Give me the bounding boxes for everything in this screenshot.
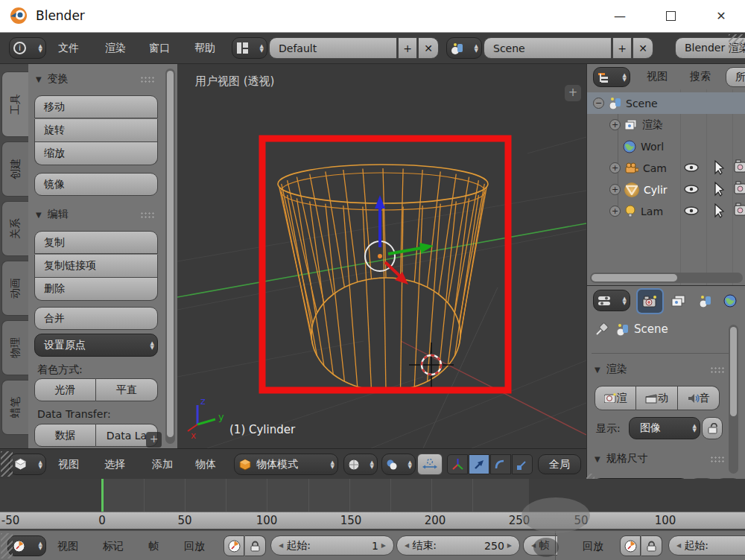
panel-grip-icon[interactable]	[710, 456, 725, 462]
scene-selector[interactable]: ▲▼	[446, 37, 482, 59]
set-origin-dropdown[interactable]: 设置原点 ▲▼	[34, 334, 158, 357]
pin-icon[interactable]	[595, 322, 609, 337]
minimize-button[interactable]: —	[609, 7, 630, 25]
manipulator-rotate-toggle[interactable]	[490, 454, 511, 474]
editor-type-selector-3dview[interactable]: ▲▼	[9, 454, 46, 475]
shade-smooth-button[interactable]: 光滑	[34, 378, 96, 401]
data-button[interactable]: 数据	[34, 424, 96, 447]
menu-render[interactable]: 渲染	[105, 33, 126, 63]
editor-type-selector-outliner[interactable]: ▲▼	[593, 67, 630, 87]
mode-dropdown[interactable]: 物体模式 ▲▼	[234, 454, 338, 475]
scale-button[interactable]: 缩放	[34, 142, 158, 165]
join-button[interactable]: 合并	[34, 307, 158, 330]
layout-name-field[interactable]: Default	[269, 37, 397, 59]
menu-help[interactable]: 帮助	[194, 33, 215, 63]
duplicate-button[interactable]: 复制	[34, 231, 158, 254]
outliner-row-world[interactable]: Worl	[587, 136, 745, 157]
editor-type-selector-timeline[interactable]: ▲▼	[7, 535, 46, 556]
panel-grip-icon[interactable]	[140, 76, 155, 83]
scrollbar-thumb[interactable]	[167, 71, 174, 437]
tab-grease-pencil[interactable]: 蜡笔	[1, 380, 28, 435]
menu-window[interactable]: 窗口	[149, 33, 170, 63]
delete-button[interactable]: 删除	[34, 278, 158, 301]
close-button[interactable]: ✕	[711, 7, 732, 25]
view3d-menu-view[interactable]: 视图	[58, 449, 79, 480]
preview-range-clock-button[interactable]	[620, 535, 641, 556]
increment-arrow-icon[interactable]: ▶	[378, 542, 389, 549]
area-corner-widget[interactable]	[1, 451, 13, 477]
panel-header-edit[interactable]: ▼ 编辑	[36, 207, 155, 222]
transform-orientation-dropdown[interactable]: 全局	[538, 454, 581, 474]
outliner-menu-search[interactable]: 搜索	[690, 61, 711, 91]
current-frame-playhead[interactable]	[101, 479, 104, 512]
expand-icon[interactable]: +	[609, 184, 621, 195]
viewport-shading-dropdown[interactable]: ▲▼	[343, 454, 378, 475]
region-expand-icon[interactable]: +	[146, 432, 162, 448]
increment-arrow-icon[interactable]: ▶	[504, 542, 515, 549]
tool-shelf-scrollbar[interactable]	[165, 69, 175, 444]
expand-icon[interactable]: +	[609, 206, 621, 217]
view3d-menu-object[interactable]: 物体	[195, 449, 216, 480]
rotate-button[interactable]: 旋转	[34, 119, 158, 142]
decrement-arrow-icon[interactable]: ◀	[402, 542, 412, 549]
tab-render-layers[interactable]	[666, 290, 691, 313]
tab-scene[interactable]	[693, 290, 717, 313]
view3d-menu-select[interactable]: 选择	[104, 449, 125, 480]
properties-region-toggle[interactable]: +	[565, 85, 581, 101]
menu-file[interactable]: 文件	[58, 33, 79, 63]
expand-icon[interactable]: +	[609, 119, 621, 130]
manipulator-translate-toggle[interactable]	[469, 454, 489, 474]
outliner-menu-view[interactable]: 视图	[647, 61, 668, 91]
frame-end-field[interactable]: ◀ 结束: 250 ▶	[396, 535, 520, 556]
tab-physics[interactable]: 物理	[1, 320, 28, 375]
render-animation-button[interactable]: 动	[636, 386, 678, 410]
timeline2-menu-playback[interactable]: 回放	[583, 531, 603, 560]
preview-range-clock-button[interactable]	[224, 535, 244, 556]
editor-type-selector-properties[interactable]: ▲▼	[593, 290, 630, 311]
timeline-ruler[interactable]: -50 0 50 100 150 200 250 50 100	[0, 512, 745, 529]
outliner-row-scene[interactable]: − Scene	[587, 92, 745, 114]
lock-interface-button[interactable]	[702, 417, 723, 439]
manipulator-scale-toggle[interactable]	[512, 454, 533, 474]
tab-relations[interactable]: 关系	[1, 201, 28, 256]
shade-flat-button[interactable]: 平直	[96, 378, 158, 401]
tab-tools[interactable]: 工具	[1, 71, 28, 137]
manipulator-axes-toggle[interactable]	[447, 454, 468, 474]
panel-header-render[interactable]: ▼ 渲染	[595, 362, 725, 377]
scrollbar-thumb[interactable]	[730, 327, 737, 416]
restrict-icons[interactable]	[682, 157, 745, 265]
tab-world[interactable]	[718, 290, 743, 313]
tab-create[interactable]: 创建	[1, 141, 28, 197]
maximize-button[interactable]	[660, 7, 681, 25]
frame-start-field-right[interactable]: ◀ 起始:	[668, 535, 745, 556]
collapse-icon[interactable]: −	[593, 98, 604, 109]
decrement-arrow-icon[interactable]: ◀	[276, 542, 286, 549]
area-corner-widget[interactable]	[729, 34, 744, 49]
view3d-menu-add[interactable]: 添加	[152, 449, 173, 480]
display-mode-dropdown[interactable]: 图像 ▲▼	[629, 417, 700, 439]
lock-range-button[interactable]	[641, 535, 662, 556]
properties-scrollbar[interactable]	[729, 325, 738, 474]
viewport-3d[interactable]: 用户视图 (透视) (1) Cylinder + z y x	[177, 64, 586, 448]
tab-render[interactable]	[638, 290, 662, 313]
panel-header-dimensions[interactable]: ▼ 规格尺寸	[595, 451, 725, 466]
editor-type-selector-info[interactable]: i ▲▼	[9, 37, 46, 59]
timeline-menu-frame[interactable]: 帧	[148, 531, 159, 560]
timeline-menu-view[interactable]: 视图	[57, 531, 78, 560]
scene-name-field[interactable]: Scene	[484, 37, 612, 59]
scene-add-button[interactable]: +	[612, 37, 632, 59]
translate-button[interactable]: 移动	[34, 95, 158, 118]
render-audio-button[interactable]: 音	[678, 386, 720, 410]
outliner-row-render[interactable]: + 渲染	[587, 114, 745, 136]
pivot-point-dropdown[interactable]: ▲▼	[381, 454, 416, 475]
layout-delete-button[interactable]: ✕	[418, 37, 439, 59]
scrollbar-thumb[interactable]	[592, 274, 677, 281]
frame-start-field[interactable]: ◀ 起始: 1 ▶	[270, 535, 394, 556]
panel-header-transform[interactable]: ▼ 变换	[36, 71, 155, 86]
layout-add-button[interactable]: +	[398, 37, 417, 59]
timeline-menu-playback[interactable]: 回放	[184, 531, 205, 560]
panel-grip-icon[interactable]	[140, 211, 155, 218]
screen-layout-selector[interactable]: ▲▼	[232, 37, 267, 59]
manipulate-center-points-toggle[interactable]	[417, 454, 443, 475]
panel-grip-icon[interactable]	[710, 366, 725, 373]
